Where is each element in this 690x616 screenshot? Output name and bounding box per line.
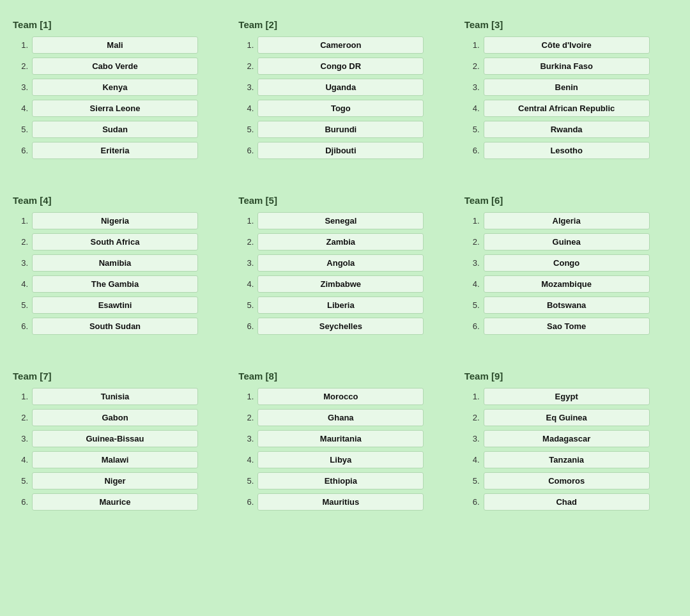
country-box: Zambia bbox=[257, 233, 424, 250]
country-box: South Africa bbox=[32, 233, 198, 250]
country-box: Morocco bbox=[257, 388, 424, 405]
list-item: 4.Sierra Leone bbox=[13, 100, 226, 117]
list-item-number: 3. bbox=[13, 258, 28, 268]
country-box: Guinea bbox=[484, 233, 650, 250]
list-item: 1.Côte d'Ivoire bbox=[464, 36, 677, 54]
country-box: The Gambia bbox=[32, 275, 198, 293]
list-item-number: 5. bbox=[238, 125, 254, 134]
country-box: Malawi bbox=[32, 451, 198, 468]
list-item-number: 3. bbox=[238, 258, 254, 268]
country-box: Maurice bbox=[32, 493, 198, 511]
team-list-3: 1.Côte d'Ivoire2.Burkina Faso3.Benin4.Ce… bbox=[464, 36, 677, 159]
country-box: Côte d'Ivoire bbox=[484, 36, 650, 54]
list-item: 5.Burundi bbox=[238, 121, 451, 138]
country-box: Mozambique bbox=[484, 275, 650, 293]
list-item-number: 5. bbox=[13, 476, 28, 486]
team-list-9: 1.Egypt2.Eq Guinea3.Madagascar4.Tanzania… bbox=[464, 388, 677, 511]
list-item: 6.Maurice bbox=[13, 493, 226, 511]
team-title-8: Team [8] bbox=[238, 371, 451, 381]
country-box: Egypt bbox=[484, 388, 650, 405]
list-item-number: 5. bbox=[13, 125, 28, 134]
team-list-4: 1.Nigeria2.South Africa3.Namibia4.The Ga… bbox=[13, 212, 226, 335]
country-box: Sudan bbox=[32, 121, 198, 138]
list-item-number: 5. bbox=[464, 125, 480, 134]
list-item: 5.Niger bbox=[13, 472, 226, 489]
team-title-7: Team [7] bbox=[13, 371, 226, 381]
list-item: 5.Ethiopia bbox=[238, 472, 451, 489]
list-item: 6.Lesotho bbox=[464, 142, 677, 159]
country-box: Ghana bbox=[257, 409, 424, 426]
list-item-number: 4. bbox=[464, 455, 480, 465]
list-item-number: 6. bbox=[13, 321, 28, 331]
list-item-number: 6. bbox=[13, 497, 28, 507]
team-block-2: Team [2]1.Cameroon2.Congo DR3.Uganda4.To… bbox=[238, 13, 451, 169]
list-item: 1.Egypt bbox=[464, 388, 677, 405]
list-item: 4.Togo bbox=[238, 100, 451, 117]
list-item-number: 4. bbox=[238, 104, 254, 113]
country-box: South Sudan bbox=[32, 318, 198, 335]
list-item-number: 2. bbox=[238, 237, 254, 247]
team-block-4: Team [4]1.Nigeria2.South Africa3.Namibia… bbox=[13, 189, 226, 345]
list-item-number: 4. bbox=[13, 455, 28, 465]
list-item: 2.Zambia bbox=[238, 233, 451, 250]
list-item: 5.Esawtini bbox=[13, 296, 226, 314]
list-item: 3.Namibia bbox=[13, 254, 226, 272]
list-item: 4.Central African Republic bbox=[464, 100, 677, 117]
list-item: 2.Guinea bbox=[464, 233, 677, 250]
country-box: Burkina Faso bbox=[484, 58, 650, 75]
list-item-number: 1. bbox=[13, 216, 28, 226]
team-title-5: Team [5] bbox=[238, 195, 451, 206]
list-item-number: 2. bbox=[238, 413, 254, 422]
list-item: 5.Rwanda bbox=[464, 121, 677, 138]
country-box: Uganda bbox=[257, 79, 424, 96]
country-box: Gabon bbox=[32, 409, 198, 426]
team-title-3: Team [3] bbox=[464, 19, 677, 30]
list-item: 3.Kenya bbox=[13, 79, 226, 96]
country-box: Eriteria bbox=[32, 142, 198, 159]
list-item-number: 5. bbox=[464, 476, 480, 486]
list-item: 3.Mauritania bbox=[238, 430, 451, 447]
country-box: Guinea-Bissau bbox=[32, 430, 198, 447]
list-item-number: 4. bbox=[238, 279, 254, 289]
list-item-number: 2. bbox=[13, 61, 28, 71]
country-box: Sao Tome bbox=[484, 318, 650, 335]
list-item: 2.South Africa bbox=[13, 233, 226, 250]
team-title-6: Team [6] bbox=[464, 195, 677, 206]
country-box: Lesotho bbox=[484, 142, 650, 159]
list-item-number: 2. bbox=[13, 413, 28, 422]
country-box: Mali bbox=[32, 36, 198, 54]
list-item: 2.Congo DR bbox=[238, 58, 451, 75]
country-box: Comoros bbox=[484, 472, 650, 489]
list-item-number: 2. bbox=[464, 61, 480, 71]
list-item: 1.Algeria bbox=[464, 212, 677, 229]
team-list-5: 1.Senegal2.Zambia3.Angola4.Zimbabwe5.Lib… bbox=[238, 212, 451, 335]
list-item: 2.Eq Guinea bbox=[464, 409, 677, 426]
list-item-number: 4. bbox=[464, 104, 480, 113]
list-item-number: 4. bbox=[13, 279, 28, 289]
team-block-5: Team [5]1.Senegal2.Zambia3.Angola4.Zimba… bbox=[238, 189, 451, 345]
country-box: Senegal bbox=[257, 212, 424, 229]
list-item: 6.Eriteria bbox=[13, 142, 226, 159]
list-item: 2.Ghana bbox=[238, 409, 451, 426]
list-item-number: 2. bbox=[464, 237, 480, 247]
team-title-9: Team [9] bbox=[464, 371, 677, 381]
list-item: 6.Chad bbox=[464, 493, 677, 511]
team-title-4: Team [4] bbox=[13, 195, 226, 206]
country-box: Congo bbox=[484, 254, 650, 272]
list-item: 3.Angola bbox=[238, 254, 451, 272]
list-item-number: 5. bbox=[464, 300, 480, 310]
country-box: Cabo Verde bbox=[32, 58, 198, 75]
list-item-number: 4. bbox=[464, 279, 480, 289]
list-item: 4.The Gambia bbox=[13, 275, 226, 293]
list-item: 2.Burkina Faso bbox=[464, 58, 677, 75]
country-box: Mauritius bbox=[257, 493, 424, 511]
team-list-7: 1.Tunisia2.Gabon3.Guinea-Bissau4.Malawi5… bbox=[13, 388, 226, 511]
country-box: Libya bbox=[257, 451, 424, 468]
list-item-number: 6. bbox=[464, 321, 480, 331]
list-item: 3.Madagascar bbox=[464, 430, 677, 447]
list-item-number: 5. bbox=[238, 476, 254, 486]
team-list-2: 1.Cameroon2.Congo DR3.Uganda4.Togo5.Buru… bbox=[238, 36, 451, 159]
list-item: 6.South Sudan bbox=[13, 318, 226, 335]
country-box: Nigeria bbox=[32, 212, 198, 229]
country-box: Rwanda bbox=[484, 121, 650, 138]
